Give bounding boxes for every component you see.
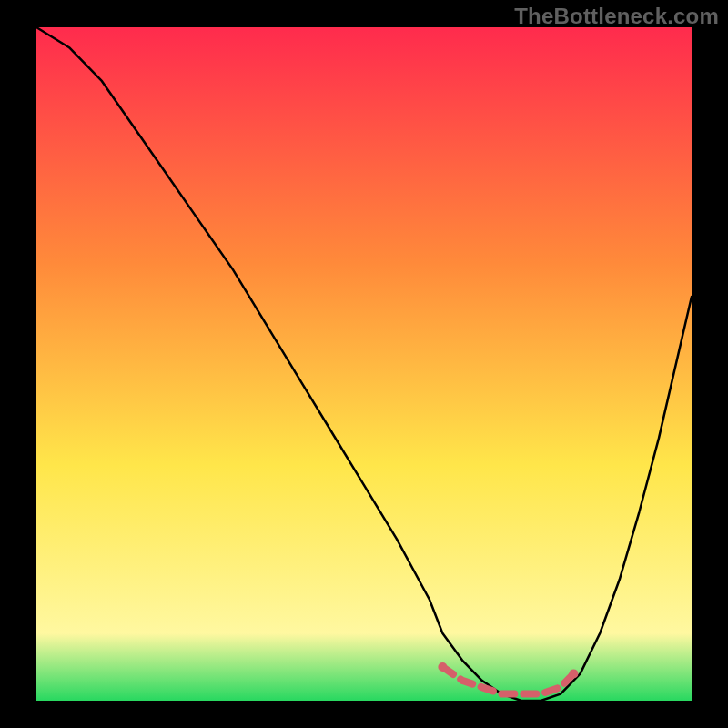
bottleneck-plot xyxy=(0,0,728,728)
sweet-spot-dot xyxy=(569,669,578,678)
sweet-spot-dot xyxy=(438,662,447,672)
chart-frame: TheBottleneck.com xyxy=(0,0,728,728)
